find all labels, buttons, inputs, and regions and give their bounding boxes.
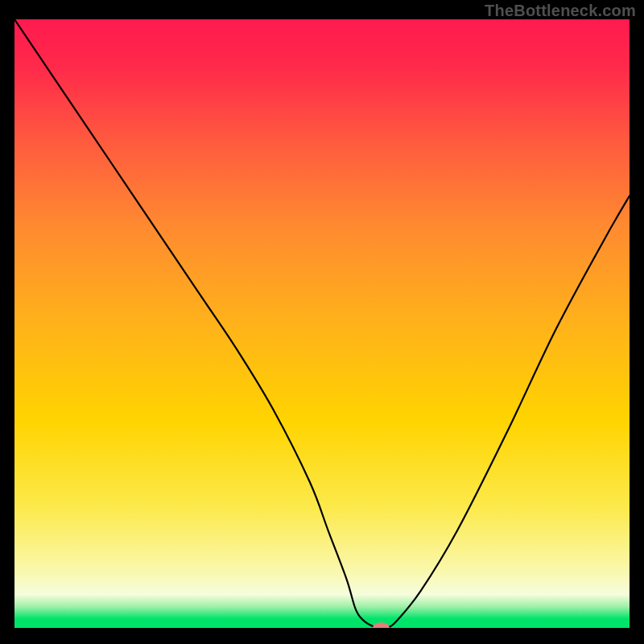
bottleneck-plot (14, 19, 630, 628)
plot-svg (14, 19, 630, 628)
watermark-text: TheBottleneck.com (485, 2, 636, 20)
heat-background (14, 19, 630, 628)
chart-frame: TheBottleneck.com (0, 0, 644, 644)
